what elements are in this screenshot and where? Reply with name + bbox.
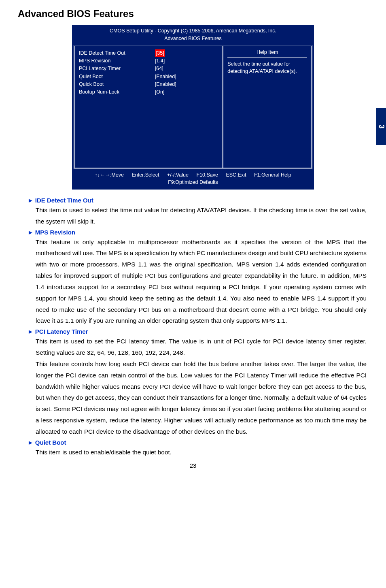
bios-value: [Enabled]: [155, 81, 218, 88]
bios-help-panel: Help Item Select the time out value for …: [223, 46, 311, 168]
arrow-icon: ►: [28, 229, 34, 236]
hint-enter: Enter:Select: [131, 172, 159, 178]
hint-exit: ESC:Exit: [226, 172, 246, 178]
arrow-icon: ►: [28, 197, 34, 204]
hint-value: +/-/:Value: [167, 172, 189, 178]
bios-settings-panel: IDE Detect Time Out [35] MPS Revision [1…: [75, 46, 223, 168]
bios-value: [On]: [155, 88, 218, 96]
bios-value: [35]: [155, 49, 165, 57]
bios-label: MPS Revision: [79, 57, 155, 65]
page-number: 23: [18, 462, 368, 469]
heading-mps-revision: ►MPS Revision: [28, 229, 368, 236]
heading-quiet-boot: ►Quiet Boot: [28, 439, 368, 446]
body-ide-detect: This item is used to select the time out…: [36, 205, 367, 227]
arrow-icon: ►: [28, 439, 34, 446]
bios-label: Quiet Boot: [79, 73, 155, 81]
bios-value: [64]: [155, 65, 218, 72]
hint-save: F10:Save: [196, 172, 218, 178]
bios-footer: ↑↓←→:Move Enter:Select +/-/:Value F10:Sa…: [72, 169, 314, 190]
bios-label: IDE Detect Time Out: [79, 49, 155, 57]
bios-row-mps-revision[interactable]: MPS Revision [1.4]: [79, 57, 218, 65]
bios-row-ide-detect[interactable]: IDE Detect Time Out [35]: [79, 49, 218, 57]
bios-value: [Enabled]: [155, 73, 218, 81]
bios-header: CMOS Setup Utility - Copyright (C) 1985-…: [72, 25, 314, 45]
heading-ide-detect: ►IDE Detect Time Out: [28, 197, 368, 204]
heading-pci-latency: ►PCI Latency Timer: [28, 328, 368, 335]
bios-help-body: Select the time out value for detecting …: [227, 60, 307, 75]
bios-label: Bootup Num-Lock: [79, 88, 155, 96]
bios-row-quick-boot[interactable]: Quick Boot [Enabled]: [79, 81, 218, 88]
body-mps-revision: This feature is only applicable to multi…: [36, 236, 367, 327]
bios-row-bootup-numlock[interactable]: Bootup Num-Lock [On]: [79, 88, 218, 96]
bios-window: CMOS Setup Utility - Copyright (C) 1985-…: [72, 25, 314, 190]
bios-label: Quick Boot: [79, 81, 155, 88]
arrow-icon: ►: [28, 328, 34, 335]
body-quiet-boot: This item is used to enable/disable the …: [36, 447, 367, 458]
hint-defaults: F9:Optimized Defaults: [76, 179, 310, 186]
page-title: Advanced BIOS Features: [18, 8, 368, 19]
bios-row-quiet-boot[interactable]: Quiet Boot [Enabled]: [79, 73, 218, 81]
bios-value: [1.4]: [155, 57, 218, 65]
bios-row-pci-latency[interactable]: PCI Latency Timer [64]: [79, 65, 218, 72]
hint-move: ↑↓←→:Move: [95, 172, 124, 178]
document-content: ►IDE Detect Time Out This item is used t…: [18, 197, 368, 458]
bios-help-title: Help Item: [227, 49, 307, 58]
bios-header-line2: Advanced BIOS Features: [75, 35, 311, 43]
hint-general: F1:General Help: [254, 172, 291, 178]
bios-header-line1: CMOS Setup Utility - Copyright (C) 1985-…: [75, 27, 311, 35]
chapter-tab: 3: [376, 108, 386, 145]
body-pci-latency: This item is used to set the PCI latency…: [36, 336, 367, 437]
bios-label: PCI Latency Timer: [79, 65, 155, 72]
